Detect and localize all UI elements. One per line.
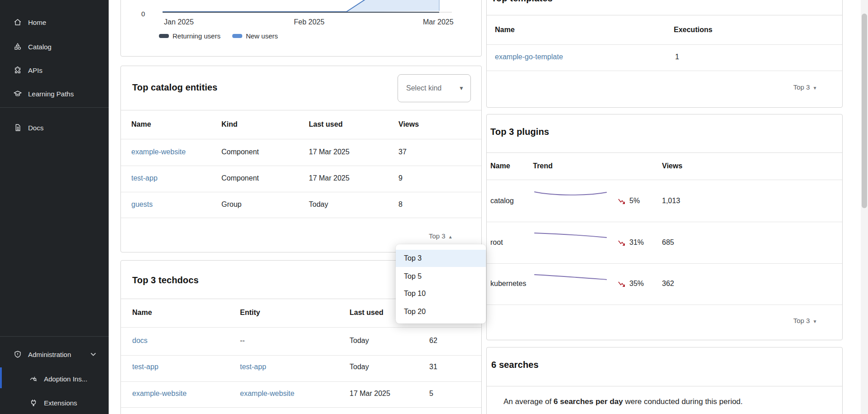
cell-views: 362 (662, 280, 674, 288)
sidebar-item-home[interactable]: Home (0, 14, 109, 30)
searches-summary-text: An average of 6 searches per day were co… (504, 397, 743, 406)
templates-topn-select[interactable]: Top 3▼ (793, 83, 817, 91)
cell-views: 62 (429, 337, 437, 345)
divider (487, 44, 842, 45)
cell-kind: Component (221, 174, 259, 182)
topn-select-value: Top 3 (793, 317, 810, 324)
templates-card-title: Top templates (491, 0, 552, 4)
top-plugins-card (486, 114, 843, 340)
caret-down-icon: ▼ (813, 86, 817, 90)
sidebar-item-administration[interactable]: Administration (0, 346, 109, 362)
menu-item-label: Top 20 (404, 308, 426, 316)
sidebar-item-label: Learning Paths (28, 90, 74, 98)
entity-link[interactable]: example-website (240, 390, 294, 398)
techdoc-link[interactable]: example-website (132, 390, 187, 398)
entity-link[interactable]: test-app (240, 363, 266, 371)
col-header-entity: Entity (240, 309, 260, 317)
trending-down-icon (618, 240, 626, 247)
x-axis-label-mar: Mar 2025 (423, 18, 454, 26)
sidebar-item-adoption-insights[interactable]: Adoption Ins... (0, 371, 109, 387)
divider (121, 218, 481, 218)
sidebar-item-label: Administration (28, 351, 71, 358)
menu-item-top-5[interactable]: Top 5 (396, 268, 486, 285)
docs-icon (14, 124, 22, 132)
trend-sparkline (533, 189, 608, 199)
catalog-topn-select[interactable]: Top 3▲ (429, 232, 453, 240)
plugin-name: kubernetes (490, 280, 526, 288)
legend-swatch-new-users (232, 34, 242, 38)
plugins-topn-select[interactable]: Top 3▼ (793, 317, 817, 324)
sidebar-item-label: Home (28, 19, 46, 26)
apis-icon (14, 66, 22, 74)
cell-last-used: 17 Mar 2025 (350, 390, 390, 398)
cell-views: 1,013 (662, 197, 680, 205)
trend-percent: 31% (629, 238, 644, 247)
catalog-card-title: Top catalog entities (132, 82, 217, 93)
scrollbar-thumb[interactable] (862, 14, 867, 208)
col-header-kind: Kind (221, 120, 238, 128)
template-link[interactable]: example-go-template (495, 53, 563, 61)
menu-item-label: Top 10 (404, 290, 426, 298)
sidebar-item-extensions[interactable]: Extensions (0, 395, 109, 411)
divider (487, 386, 842, 386)
col-header-trend: Trend (533, 162, 553, 170)
trend-sparkline (533, 231, 608, 241)
entity-link[interactable]: example-website (131, 148, 186, 156)
cell-last-used: Today (309, 200, 328, 209)
techdoc-link[interactable]: test-app (132, 363, 158, 371)
adoption-insights-icon (29, 375, 38, 383)
cell-views: 9 (398, 174, 403, 182)
techdoc-link[interactable]: docs (132, 337, 148, 345)
summary-bold: 6 searches per day (554, 397, 623, 406)
y-axis-zero-label: 0 (141, 10, 145, 18)
select-kind-dropdown[interactable]: Select kind ▼ (398, 74, 471, 102)
administration-shield-icon (14, 350, 22, 358)
sidebar-item-label: Extensions (44, 399, 77, 407)
divider (487, 222, 842, 222)
summary-prefix: An average of (504, 397, 554, 406)
caret-up-icon: ▲ (448, 234, 453, 239)
learning-paths-icon (14, 90, 22, 98)
entity-link[interactable]: test-app (131, 174, 158, 182)
sidebar-item-label: Adoption Ins... (44, 375, 87, 383)
sidebar-item-catalog[interactable]: Catalog (0, 38, 109, 55)
menu-item-top-10[interactable]: Top 10 (396, 285, 486, 302)
users-area-chart (136, 0, 471, 57)
select-kind-label: Select kind (406, 84, 441, 92)
col-header-executions: Executions (674, 26, 712, 34)
cell-views: 5 (429, 390, 433, 398)
trend-sparkline (533, 272, 608, 282)
menu-item-top-3[interactable]: Top 3 (396, 250, 486, 267)
chart-legend: Returning users New users (159, 32, 278, 40)
sidebar-item-label: Catalog (28, 43, 52, 51)
cell-last-used: Today (350, 337, 369, 345)
cell-kind: Component (221, 148, 259, 156)
divider (487, 263, 842, 264)
sidebar-item-learning-paths[interactable]: Learning Paths (0, 86, 109, 102)
sidebar-item-label: APIs (28, 67, 43, 74)
plugin-name: catalog (490, 197, 514, 205)
menu-item-top-20[interactable]: Top 20 (396, 303, 486, 320)
divider (121, 166, 481, 166)
sidebar-item-apis[interactable]: APIs (0, 62, 109, 78)
divider (121, 381, 481, 382)
trending-down-icon (618, 198, 626, 205)
sidebar-divider (0, 107, 109, 108)
searches-card-title: 6 searches (491, 360, 538, 370)
chevron-down-icon (91, 352, 96, 356)
entity-link[interactable]: guests (131, 200, 153, 209)
col-header-views: Views (398, 120, 419, 128)
menu-item-label: Top 3 (404, 254, 422, 262)
col-header-views: Views (662, 162, 682, 170)
divider (487, 305, 842, 305)
sidebar-item-docs[interactable]: Docs (0, 119, 109, 136)
legend-swatch-returning-users (159, 34, 169, 38)
cell-executions: 1 (675, 53, 679, 61)
divider (487, 180, 842, 180)
trend-percent: 5% (629, 197, 640, 205)
sidebar: Home Catalog APIs Learning Paths Docs Ad… (0, 0, 109, 414)
plugin-name: root (490, 238, 503, 247)
extensions-plug-icon (29, 399, 38, 407)
divider (487, 15, 842, 15)
cell-views: 31 (429, 363, 437, 371)
